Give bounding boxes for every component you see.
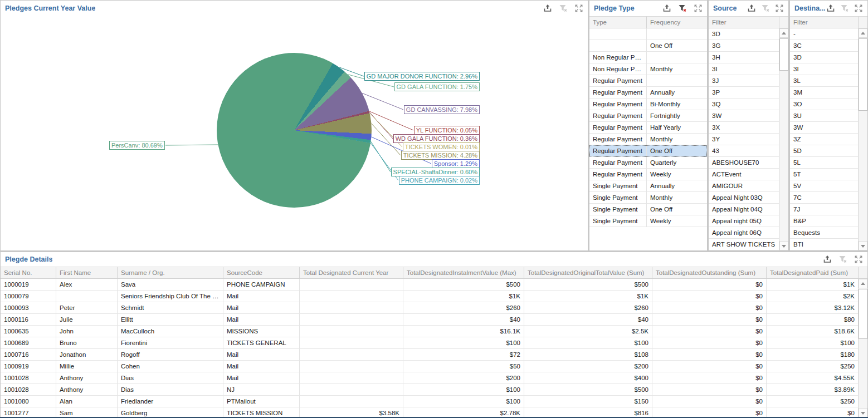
list-item[interactable]: 3G	[709, 40, 779, 52]
column-header[interactable]: TotalDesignatedOriginalTotalValue (Sum)	[524, 267, 652, 279]
table-row[interactable]: Regular PaymentAnnually	[589, 87, 707, 99]
list-item[interactable]: 43	[709, 145, 779, 157]
list-item[interactable]: 3W	[709, 110, 779, 122]
column-header-frequency[interactable]: Frequency	[647, 16, 707, 28]
export-icon[interactable]	[823, 255, 832, 264]
table-row[interactable]: Regular Payment	[589, 75, 707, 87]
column-header[interactable]: TotalDesignatedOutstanding (Sum)	[652, 267, 767, 279]
list-item[interactable]: Appeal Night 03Q	[709, 192, 779, 204]
table-row[interactable]: 1000716JonathonRogoffMail$72$108$0$180	[1, 349, 867, 361]
column-header[interactable]: Total Designated Current Year	[300, 267, 403, 279]
filter-icon[interactable]	[838, 255, 847, 264]
column-header[interactable]: Surname / Org.	[118, 267, 223, 279]
list-item[interactable]: 3U	[790, 110, 858, 122]
table-row[interactable]: 1000093PeterSchmidtMail$260$260$0$3.12K	[1, 302, 867, 314]
list-item[interactable]: 7J	[790, 204, 858, 215]
list-item[interactable]: 3L	[790, 75, 858, 87]
table-row[interactable]: Non Regular Paym...Monthly	[589, 63, 707, 75]
list-item[interactable]: 3Y	[709, 134, 779, 145]
scrollbar-thumb[interactable]	[779, 38, 788, 71]
maximize-icon[interactable]	[854, 4, 863, 13]
list-item[interactable]: 3I	[790, 63, 858, 75]
export-icon[interactable]	[747, 4, 756, 13]
list-item[interactable]: B&P	[790, 215, 858, 227]
list-item[interactable]: 3P	[709, 87, 779, 99]
table-row[interactable]: 1001080AlanFriedlanderPTMailout$100$150$…	[1, 396, 867, 407]
table-row[interactable]: Regular PaymentFortnightly	[589, 110, 707, 122]
list-item[interactable]: 3Z	[790, 134, 858, 145]
table-row[interactable]: 1000635JohnMacCullochMISSIONS$16.1K$2.5K…	[1, 326, 867, 337]
column-header[interactable]: TotalDesignatedInstalmentValue (Max)	[403, 267, 524, 279]
column-header[interactable]: TotalDesignatedPaid (Sum)	[767, 267, 859, 279]
scroll-up-button[interactable]	[859, 28, 867, 38]
list-item[interactable]: AMIGOUR	[709, 180, 779, 192]
list-item[interactable]: 3J	[709, 75, 779, 87]
list-item[interactable]: Appeal night 05Q	[709, 215, 779, 227]
list-item[interactable]: 3Q	[709, 99, 779, 110]
column-header[interactable]: Serial No.	[1, 267, 56, 279]
list-item[interactable]: 5L	[790, 157, 858, 169]
table-row[interactable]: 1000019AlexSavaPHONE CAMPAIGN$500$500$0$…	[1, 279, 867, 291]
table-row[interactable]: One Off	[589, 40, 707, 52]
list-item[interactable]: 3D	[709, 28, 779, 40]
list-item[interactable]: 5D	[790, 145, 858, 157]
table-row[interactable]: 1001277SamGoldbergTICKETS MISSION$3.58K$…	[1, 407, 867, 418]
table-row[interactable]: 1001028AnthonyDiasMail$200$400$0$4.55K	[1, 372, 867, 384]
export-icon[interactable]	[826, 4, 835, 13]
column-header[interactable]: SourceCode	[223, 267, 300, 279]
table-row[interactable]: Single PaymentAnnually	[589, 180, 707, 192]
table-row[interactable]: Regular PaymentBi-Monthly	[589, 99, 707, 110]
scroll-down-button[interactable]	[859, 408, 867, 417]
column-header[interactable]: First Name	[56, 267, 118, 279]
list-item[interactable]: ACTEvent	[709, 169, 779, 180]
table-row[interactable]: Regular PaymentQuarterly	[589, 157, 707, 169]
table-row[interactable]: Single PaymentOne Off	[589, 204, 707, 215]
maximize-icon[interactable]	[854, 255, 863, 264]
table-row[interactable]: 1000079Seniors Friendship Club Of The No…	[1, 291, 867, 302]
maximize-icon[interactable]	[694, 4, 703, 13]
scrollbar-thumb[interactable]	[859, 289, 867, 339]
clear-filter-icon[interactable]	[678, 4, 687, 13]
maximize-icon[interactable]	[775, 4, 784, 13]
table-row[interactable]: Regular PaymentMonthly	[589, 134, 707, 145]
table-row[interactable]: 1000919MillieCohenMail$50$200$0$250	[1, 361, 867, 372]
table-row[interactable]: 1000689BrunoFiorentiniTICKETS GENERAL$10…	[1, 337, 867, 349]
list-item[interactable]: BTI	[790, 239, 858, 250]
table-row[interactable]: Regular PaymentWeekly	[589, 169, 707, 180]
list-item[interactable]: 3D	[790, 52, 858, 63]
scrollbar-thumb[interactable]	[859, 38, 867, 111]
list-item[interactable]: Appeal night 06Q	[709, 227, 779, 239]
list-item[interactable]: 3O	[790, 99, 858, 110]
list-item[interactable]: 7C	[790, 192, 858, 204]
scroll-down-button[interactable]	[859, 241, 867, 250]
scroll-up-button[interactable]	[779, 28, 788, 38]
table-row[interactable]: 1001028AnthonyDiasNJ$100$500$0$3.89K	[1, 384, 867, 396]
table-row[interactable]: Regular PaymentOne Off	[589, 145, 707, 157]
list-item[interactable]: -	[790, 28, 858, 40]
table-row[interactable]: Non Regular Paym...	[589, 52, 707, 63]
filter-icon[interactable]	[840, 4, 849, 13]
table-row[interactable]: 1000116JulieEllittMail$40$40$0$80	[1, 314, 867, 326]
scroll-up-button[interactable]	[859, 279, 867, 288]
list-item[interactable]: Bequests	[790, 227, 858, 239]
list-item[interactable]: 3I	[709, 63, 779, 75]
list-item[interactable]: Appeal Night 04Q	[709, 204, 779, 215]
list-item[interactable]: 3X	[709, 122, 779, 134]
scroll-down-button[interactable]	[779, 241, 788, 250]
list-item[interactable]: 5V	[790, 180, 858, 192]
column-header-filter[interactable]: Filter	[709, 16, 779, 28]
export-icon[interactable]	[662, 4, 671, 13]
list-item[interactable]: ART SHOW TICKETS	[709, 239, 779, 250]
filter-icon[interactable]	[761, 4, 770, 13]
column-header-filter[interactable]: Filter	[790, 16, 859, 28]
list-item[interactable]: 5T	[790, 169, 858, 180]
list-item[interactable]: ABESHOUSE70	[709, 157, 779, 169]
table-row[interactable]	[589, 28, 707, 40]
table-row[interactable]: Regular PaymentHalf Yearly	[589, 122, 707, 134]
list-item[interactable]: 3C	[790, 40, 858, 52]
list-item[interactable]: 3H	[709, 52, 779, 63]
pie-chart[interactable]	[217, 53, 372, 208]
list-item[interactable]: 3W	[790, 122, 858, 134]
list-item[interactable]: 3M	[790, 87, 858, 99]
table-row[interactable]: Single PaymentWeekly	[589, 215, 707, 227]
